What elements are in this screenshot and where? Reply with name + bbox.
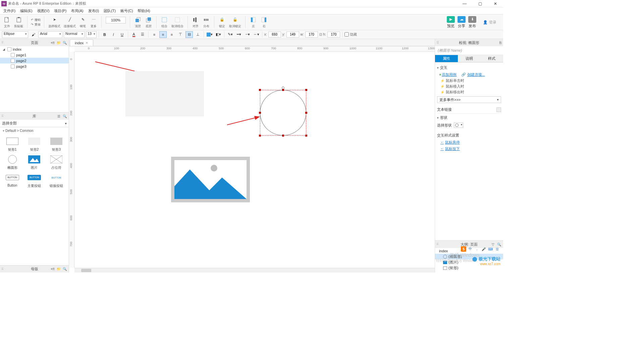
maximize-button[interactable]: ▢ [472,0,488,7]
tab-style[interactable]: 样式 [480,55,503,62]
section-shape[interactable]: 形状 [437,114,501,121]
valign-middle-button[interactable]: ⊟ [185,31,193,38]
search-icon[interactable]: 🔍 [62,40,67,45]
menu-team[interactable]: 团队(T) [102,8,118,14]
valign-bottom-button[interactable]: ⊥ [194,31,202,38]
page-tab-index[interactable]: index ✕ [70,39,93,46]
undo-icon[interactable]: ↶ [31,18,34,21]
section-interaction[interactable]: 交互 [437,64,501,71]
widget-rect2[interactable]: 矩形2 [25,137,44,152]
paint-format-icon[interactable]: 🖌 [30,31,37,38]
widget-placeholder[interactable]: 占位符 [47,155,66,170]
text-link-icon[interactable] [496,107,501,112]
redo-icon[interactable]: ↷ [31,23,34,26]
align-left-button[interactable]: ≡ [151,31,158,38]
tab-notes[interactable]: 说明 [458,55,481,62]
shape-picker[interactable] [454,122,463,128]
drag-handle-icon[interactable]: ⠿ [1,267,4,271]
line-style-button[interactable]: ┄▾ [244,31,251,38]
distribute-btn[interactable]: 分布 [202,16,211,29]
library-breadcrumb[interactable]: ▾Default > Common [0,127,69,134]
align-btn[interactable]: 对齐 [191,16,200,29]
valign-top-button[interactable]: ⊤ [177,31,184,38]
add-folder-icon[interactable]: 📁 [56,40,61,45]
bring-front[interactable]: 顶层 [133,16,142,29]
horizontal-scrollbar[interactable] [74,268,435,272]
canvas-rectangle[interactable] [125,71,204,116]
menu-publish[interactable]: 发布(I) [86,8,101,14]
add-folder-icon[interactable]: 📁 [56,266,61,272]
bullets-button[interactable]: ☰ [139,31,146,38]
lock-wh-icon[interactable]: ⊡ [319,33,322,36]
align-center-button[interactable]: ≡ [159,31,167,38]
ungroup-btn[interactable]: 取消组合 [171,16,184,29]
library-select[interactable]: 选择全部 [0,120,69,127]
preview-button[interactable]: ▶预览 [447,16,455,29]
close-tab-icon[interactable]: ✕ [86,41,88,45]
widget-primary-btn[interactable]: BUTTON主要按钮 [25,173,44,188]
drag-handle-icon[interactable]: ⠿ [1,41,4,44]
widget-ellipse[interactable]: 椭圆形 [3,155,22,170]
line-width-button[interactable]: ━▾ [235,31,243,38]
underline-button[interactable]: U [118,31,126,38]
widget-rect3[interactable]: 矩形3 [47,137,66,152]
ime-toolbar[interactable]: S 中 ， 🎤 ⌨ ☰ [461,246,500,252]
widget-name-input[interactable]: (椭圆形 Name) [435,46,503,55]
unlock-btn[interactable]: 🔓取消锁定 [228,16,242,29]
search-icon[interactable]: 🔍 [62,113,67,119]
widget-rect1[interactable]: 矩形1 [3,137,22,152]
shape-type-select[interactable]: Ellipse [2,31,28,38]
font-style-select[interactable]: Normal [64,31,85,38]
font-size-select[interactable]: 13 [86,31,97,38]
y-input[interactable] [286,32,299,38]
menu-view[interactable]: 视图(V) [35,8,52,14]
resize-handle-w[interactable] [259,112,261,114]
dock-left[interactable]: 左 [249,16,258,29]
resize-handle-sw[interactable] [259,135,261,137]
clipboard-group[interactable]: 剪贴板 [13,16,24,29]
resize-handle-ne[interactable] [305,89,307,91]
collapse-icon[interactable]: ◢ [3,48,6,51]
outline-item-rect[interactable]: (矩形) [435,265,503,271]
drag-handle-icon[interactable]: ⠿ [436,41,439,45]
fill-color-button[interactable]: ▾ [206,31,213,38]
widget-image[interactable]: 图片 [25,155,44,170]
drag-handle-icon[interactable]: ⠿ [436,243,439,246]
dock-right[interactable]: 右 [260,16,268,29]
ime-punct-icon[interactable]: ， [474,246,480,252]
add-case-link[interactable]: +添加用例 [439,72,457,77]
more-events-select[interactable]: 更多事件>>> [437,96,501,103]
close-button[interactable]: ✕ [488,0,503,7]
tree-item-page3[interactable]: page3 [0,63,69,69]
send-back[interactable]: 底层 [144,16,153,29]
scrollbar-thumb[interactable] [81,269,91,272]
ellipse-shape[interactable] [260,90,306,136]
h-input[interactable] [327,32,340,38]
font-select[interactable]: Arial [38,31,62,38]
font-color-button[interactable]: A [130,31,138,38]
hide-checkbox[interactable] [344,32,349,37]
tree-item-page2[interactable]: page2 [0,58,69,63]
italic-button[interactable]: I [110,31,117,38]
align-right-button[interactable]: ≡ [168,31,175,38]
pen-tool[interactable]: ✎钢笔 [78,16,87,29]
widget-button[interactable]: BUTTONButton [3,173,22,188]
tab-properties[interactable]: 属性 [435,55,458,62]
event-mouseenter[interactable]: ⚡鼠标移入时 [437,84,501,89]
ime-skin-icon[interactable]: ☰ [494,246,500,252]
event-click[interactable]: ⚡鼠标单击时 [437,78,501,84]
login-button[interactable]: 👤登录 [479,20,500,25]
resize-handle-e[interactable] [305,112,307,114]
canvas-ellipse-selected[interactable] [260,90,306,136]
canvas[interactable] [74,52,435,268]
resize-handle-nw[interactable] [259,89,261,91]
page-icon[interactable]: ⎘ [499,41,502,45]
tree-item-index[interactable]: ◢index [0,46,69,52]
resize-handle-se[interactable] [305,135,307,137]
menu-project[interactable]: 项目(P) [52,8,68,14]
ix-hover-link[interactable]: ☜鼠标悬停 [437,139,501,146]
resize-handle-n[interactable] [282,89,284,91]
share-button[interactable]: ☁分享 [458,16,466,29]
ime-lang-icon[interactable]: 中 [468,246,473,252]
arrow-style-button[interactable]: ↔▾ [253,31,260,38]
